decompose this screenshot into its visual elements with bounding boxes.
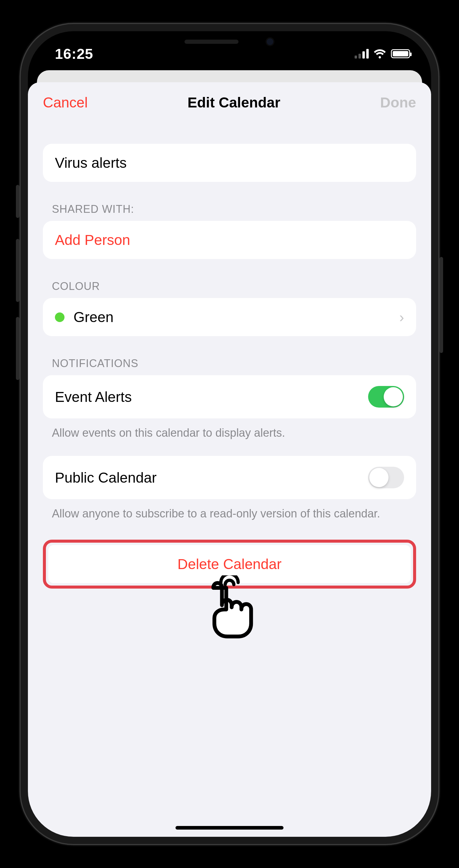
shared-group: SHARED WITH: Add Person	[43, 203, 416, 259]
colour-name: Green	[73, 309, 113, 326]
calendar-name-value: Virus alerts	[55, 155, 127, 171]
volume-up-button	[16, 239, 20, 302]
home-indicator[interactable]	[175, 826, 284, 830]
notifications-group: NOTIFICATIONS Event Alerts Allow events …	[43, 357, 416, 441]
tap-gesture-icon	[202, 576, 257, 641]
status-icons	[355, 49, 410, 59]
delete-highlight: Delete Calendar	[43, 540, 416, 589]
colour-group: COLOUR Green ›	[43, 280, 416, 336]
earpiece	[185, 40, 238, 44]
name-group: Virus alerts	[43, 144, 416, 182]
mute-switch	[16, 185, 20, 218]
public-group: Public Calendar Allow anyone to subscrib…	[43, 456, 416, 522]
event-alerts-row: Event Alerts	[43, 375, 416, 418]
content-area: Virus alerts SHARED WITH: Add Person COL…	[28, 120, 431, 589]
colour-row[interactable]: Green ›	[43, 298, 416, 336]
cancel-button[interactable]: Cancel	[43, 94, 88, 111]
delete-calendar-label: Delete Calendar	[177, 556, 282, 572]
nav-bar: Cancel Edit Calendar Done	[28, 82, 431, 120]
event-alerts-toggle[interactable]	[368, 386, 404, 408]
phone-frame: 16:25 Cancel Edit Calendar Done	[20, 23, 439, 845]
event-alerts-footer: Allow events on this calendar to display…	[43, 418, 416, 441]
event-alerts-label: Event Alerts	[55, 389, 132, 405]
power-button	[439, 257, 443, 353]
colour-header: COLOUR	[43, 280, 416, 298]
screen: 16:25 Cancel Edit Calendar Done	[28, 31, 431, 837]
public-calendar-row: Public Calendar	[43, 456, 416, 499]
public-calendar-footer: Allow anyone to subscribe to a read-only…	[43, 499, 416, 522]
delete-calendar-button[interactable]: Delete Calendar	[48, 545, 411, 583]
wifi-icon	[373, 49, 386, 59]
notifications-header: NOTIFICATIONS	[43, 357, 416, 375]
shared-header: SHARED WITH:	[43, 203, 416, 221]
done-button[interactable]: Done	[380, 94, 416, 111]
cellular-icon	[355, 49, 369, 59]
add-person-label: Add Person	[55, 232, 130, 248]
chevron-right-icon: ›	[399, 309, 404, 326]
battery-icon	[391, 49, 410, 58]
status-time: 16:25	[55, 45, 93, 62]
calendar-name-field[interactable]: Virus alerts	[43, 144, 416, 182]
volume-down-button	[16, 317, 20, 380]
public-calendar-label: Public Calendar	[55, 469, 157, 486]
front-camera	[265, 37, 274, 46]
edit-calendar-sheet: Cancel Edit Calendar Done Virus alerts S…	[28, 82, 431, 837]
add-person-button[interactable]: Add Person	[43, 221, 416, 259]
page-title: Edit Calendar	[188, 94, 280, 111]
public-calendar-toggle[interactable]	[368, 467, 404, 488]
notch	[145, 31, 314, 52]
colour-swatch-icon	[55, 312, 65, 322]
